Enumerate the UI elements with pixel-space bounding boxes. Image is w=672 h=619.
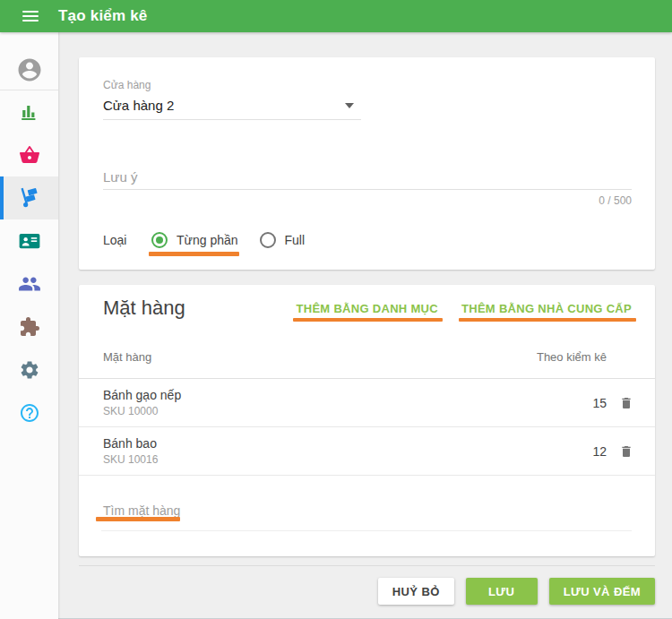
item-name: Bánh gạo nếp — [103, 388, 562, 402]
add-by-category-button[interactable]: THÊM BẰNG DANH MỤC — [296, 302, 438, 315]
account-circle-icon — [16, 56, 43, 83]
help-icon — [19, 402, 40, 424]
trash-icon — [619, 395, 633, 411]
sidebar-item-reports[interactable] — [0, 90, 58, 133]
radio-partial[interactable]: Từng phần — [151, 232, 238, 248]
radio-full[interactable]: Full — [260, 232, 306, 248]
save-button[interactable]: LƯU — [466, 578, 538, 605]
note-char-counter: 0 / 500 — [103, 194, 632, 207]
column-counted: Theo kiểm kê — [537, 350, 607, 364]
item-counted-qty: 12 — [562, 444, 607, 459]
note-field: Lưu ý 0 / 500 — [103, 168, 632, 207]
trash-icon — [619, 443, 633, 460]
search-divider — [101, 530, 632, 531]
main-content: Cửa hàng Cửa hàng 2 Lưu ý 0 / 500 Loại T… — [58, 32, 672, 619]
item-sku: SKU 10000 — [103, 405, 562, 417]
sidebar-item-inventory[interactable] — [0, 176, 58, 219]
sidebar-item-account[interactable] — [0, 32, 58, 90]
puzzle-icon — [19, 316, 40, 338]
people-icon — [18, 272, 41, 296]
store-select-label: Cửa hàng — [103, 79, 361, 91]
table-row: Bánh gạo nếp SKU 10000 15 — [79, 379, 655, 427]
note-input[interactable]: Lưu ý — [103, 168, 632, 190]
delete-item-button[interactable] — [619, 443, 633, 460]
annotation-underline-search — [96, 517, 180, 521]
sidebar-item-items[interactable] — [0, 133, 58, 176]
contact-card-icon — [18, 229, 41, 253]
annotation-underline-category — [293, 318, 443, 322]
hand-truck-icon — [18, 186, 41, 210]
sidebar-item-employees[interactable] — [0, 262, 58, 305]
annotation-underline-supplier — [459, 318, 636, 322]
item-search-input[interactable]: Tìm mặt hàng — [103, 500, 632, 518]
app-header: Tạo kiểm kê — [0, 0, 672, 32]
sidebar-item-help[interactable] — [0, 391, 58, 434]
add-by-supplier-button[interactable]: THÊM BẰNG NHÀ CUNG CẤP — [461, 302, 632, 315]
page-title: Tạo kiểm kê — [58, 7, 148, 25]
menu-icon[interactable] — [22, 11, 39, 22]
type-radio-group: Loại Từng phần Full — [103, 228, 305, 253]
table-row: Bánh bao SKU 10016 12 — [79, 427, 655, 476]
footer-divider — [79, 565, 655, 566]
store-select[interactable]: Cửa hàng Cửa hàng 2 — [103, 79, 361, 120]
radio-unselected-icon — [260, 232, 276, 248]
item-sku: SKU 10016 — [103, 453, 562, 466]
annotation-underline-radio — [149, 252, 239, 256]
delete-item-button[interactable] — [619, 395, 633, 411]
gear-icon — [19, 359, 40, 381]
table-header: Mặt hàng Theo kiểm kê — [79, 335, 655, 379]
column-item: Mặt hàng — [103, 350, 151, 364]
bar-chart-icon — [19, 101, 40, 123]
sidebar-item-customers[interactable] — [0, 219, 58, 262]
chevron-down-icon — [345, 103, 354, 108]
store-select-value: Cửa hàng 2 — [103, 98, 174, 114]
save-and-count-button[interactable]: LƯU VÀ ĐẾM — [549, 578, 655, 605]
app-root: Tạo kiểm kê — [0, 0, 672, 619]
items-card: Mặt hàng THÊM BẰNG DANH MỤC THÊM BẰNG NH… — [79, 285, 655, 556]
sidebar-item-settings[interactable] — [0, 348, 58, 391]
items-section-title: Mặt hàng — [103, 297, 185, 320]
item-search-field: Tìm mặt hàng — [103, 500, 632, 518]
radio-selected-icon — [151, 232, 168, 248]
note-placeholder: Lưu ý — [103, 168, 632, 185]
type-label: Loại — [103, 233, 151, 247]
sidebar — [0, 32, 58, 619]
form-card: Cửa hàng Cửa hàng 2 Lưu ý 0 / 500 Loại T… — [79, 57, 655, 270]
footer-actions: HUỶ BỎ LƯU LƯU VÀ ĐẾM — [79, 578, 655, 605]
item-name: Bánh bao — [103, 436, 562, 451]
cancel-button[interactable]: HUỶ BỎ — [378, 578, 454, 605]
item-counted-qty: 15 — [562, 396, 607, 410]
sidebar-item-integrations[interactable] — [0, 305, 58, 348]
basket-icon — [19, 144, 40, 166]
